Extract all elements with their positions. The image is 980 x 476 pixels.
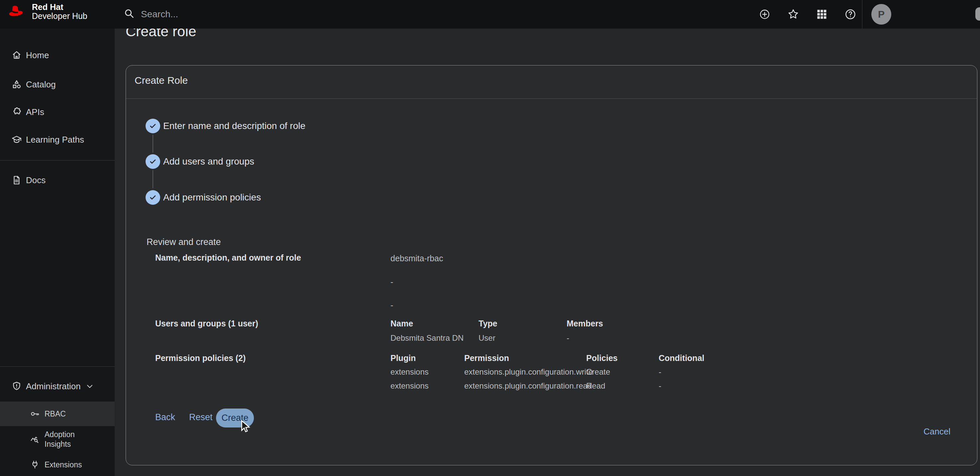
perm-cell-conditional: -: [659, 367, 661, 377]
app-grid-icon[interactable]: [815, 8, 829, 21]
users-col-members: Members: [566, 319, 603, 328]
header-actions: [758, 0, 857, 29]
header-divider: [862, 0, 862, 29]
apis-icon: [11, 107, 22, 117]
step-2-label: Add users and groups: [163, 156, 254, 167]
create-role-card: Create Role Enter name and description o…: [126, 65, 977, 465]
key-icon: [30, 409, 40, 419]
chevron-down-icon[interactable]: [85, 382, 94, 391]
step-1-label: Enter name and description of role: [163, 121, 305, 131]
review-name-label: Name, description, and owner of role: [155, 253, 301, 263]
search-bar: [124, 0, 347, 29]
perm-col-conditional: Conditional: [659, 353, 704, 363]
docs-icon: [11, 175, 22, 185]
step-2-completed: [146, 154, 160, 169]
perm-col-plugin: Plugin: [390, 353, 416, 363]
review-permissions-label: Permission policies (2): [155, 353, 246, 363]
users-cell-members: -: [566, 333, 569, 343]
reset-button[interactable]: Reset: [189, 412, 213, 422]
perm-cell-policy: Create: [586, 367, 610, 377]
redhat-fedora-icon: [7, 3, 28, 20]
sidebar-item-label: Extensions: [45, 460, 84, 470]
sidebar-item-adoption-insights[interactable]: Adoption Insights: [0, 427, 115, 451]
sidebar-item-label: Catalog: [26, 80, 56, 90]
help-icon[interactable]: [844, 8, 857, 21]
user-avatar[interactable]: P: [871, 4, 891, 25]
sidebar-item-apis[interactable]: APIs: [0, 100, 115, 124]
adoption-insights-icon: [30, 435, 40, 444]
sidebar: Home Catalog APIs Learning Paths Docs: [0, 29, 115, 476]
perm-cell-policy: Read: [586, 381, 605, 390]
users-cell-type: User: [479, 333, 495, 343]
sidebar-item-label: Administration: [26, 381, 81, 392]
sidebar-item-docs[interactable]: Docs: [0, 168, 115, 192]
sidebar-item-administration[interactable]: Administration: [0, 374, 115, 398]
scrollbar-thumb[interactable]: [975, 7, 980, 21]
card-title: Create Role: [135, 75, 188, 86]
review-users-label: Users and groups (1 user): [155, 319, 258, 328]
step-connector: [153, 170, 153, 188]
sidebar-item-extensions[interactable]: Extensions: [0, 453, 115, 476]
sidebar-item-label: Learning Paths: [26, 135, 84, 145]
sidebar-item-label: APIs: [26, 107, 44, 117]
review-role-description: -: [390, 277, 393, 287]
users-col-type: Type: [479, 319, 498, 328]
catalog-icon: [11, 79, 22, 90]
perm-col-permission: Permission: [464, 353, 509, 363]
home-icon: [11, 50, 22, 60]
star-favorites-icon[interactable]: [787, 8, 800, 21]
app-root: Home Catalog APIs Learning Paths Docs: [0, 0, 980, 476]
step-1-completed: [146, 119, 160, 133]
extensions-icon: [30, 460, 40, 470]
check-icon: [148, 193, 157, 202]
review-role-name: debsmita-rbac: [390, 254, 443, 263]
avatar-initial: P: [878, 9, 885, 20]
app-header: Red Hat Developer Hub: [0, 0, 980, 29]
review-heading: Review and create: [146, 237, 221, 247]
step-3-completed: [146, 190, 160, 205]
back-button[interactable]: Back: [155, 412, 175, 422]
sidebar-item-label: RBAC: [45, 409, 84, 419]
create-button[interactable]: Create: [216, 409, 254, 427]
sidebar-item-home[interactable]: Home: [0, 43, 115, 67]
add-plus-circle-icon[interactable]: [758, 8, 771, 21]
search-input[interactable]: [141, 9, 347, 20]
app-logo[interactable]: Red Hat Developer Hub: [7, 3, 88, 21]
step-3-label: Add permission policies: [163, 192, 261, 203]
cancel-button[interactable]: Cancel: [924, 427, 950, 437]
sidebar-item-rbac[interactable]: RBAC: [0, 401, 115, 426]
perm-cell-plugin: extensions: [390, 367, 429, 377]
users-cell-name: Debsmita Santra DN: [390, 333, 464, 343]
sidebar-item-label: Adoption Insights: [45, 430, 84, 449]
perm-cell-permission: extensions.plugin.configuration.read: [464, 381, 592, 390]
sidebar-item-label: Docs: [26, 175, 46, 185]
sidebar-divider: [0, 160, 115, 161]
users-col-name: Name: [390, 319, 413, 328]
shield-icon: [11, 381, 22, 392]
perm-cell-conditional: -: [659, 381, 661, 390]
sidebar-divider: [0, 366, 115, 367]
search-icon: [124, 8, 135, 21]
logo-text: Red Hat Developer Hub: [32, 3, 88, 21]
learning-paths-icon: [11, 134, 22, 145]
check-icon: [148, 122, 157, 130]
review-role-owner: -: [390, 301, 393, 310]
perm-col-policies: Policies: [586, 353, 618, 363]
step-connector: [153, 135, 153, 153]
sidebar-item-catalog[interactable]: Catalog: [0, 72, 115, 96]
sidebar-item-learning-paths[interactable]: Learning Paths: [0, 127, 115, 151]
check-icon: [148, 157, 157, 166]
perm-cell-permission: extensions.plugin.configuration.write: [464, 367, 593, 377]
perm-cell-plugin: extensions: [390, 381, 429, 390]
sidebar-item-label: Home: [26, 50, 49, 60]
